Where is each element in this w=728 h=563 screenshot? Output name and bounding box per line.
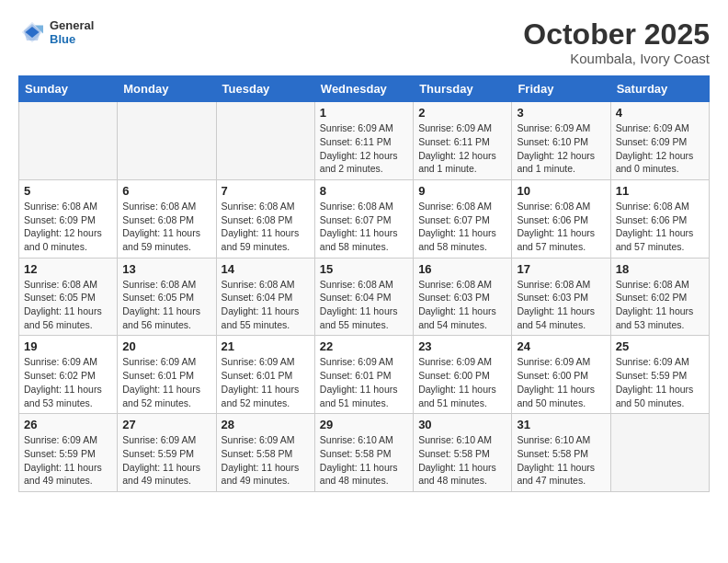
day-cell-8: 8Sunrise: 6:08 AM Sunset: 6:07 PM Daylig… [314, 179, 413, 258]
day-cell-9: 9Sunrise: 6:08 AM Sunset: 6:07 PM Daylig… [414, 179, 512, 258]
day-info: Sunrise: 6:09 AM Sunset: 6:01 PM Dayligh… [122, 355, 210, 409]
day-info: Sunrise: 6:10 AM Sunset: 5:58 PM Dayligh… [517, 433, 605, 488]
day-number: 29 [320, 418, 408, 431]
day-info: Sunrise: 6:10 AM Sunset: 5:58 PM Dayligh… [320, 433, 408, 488]
day-cell-14: 14Sunrise: 6:08 AM Sunset: 6:04 PM Dayli… [216, 258, 314, 336]
day-cell-28: 28Sunrise: 6:09 AM Sunset: 5:58 PM Dayli… [216, 414, 314, 492]
day-cell-29: 29Sunrise: 6:10 AM Sunset: 5:58 PM Dayli… [314, 414, 413, 492]
day-info: Sunrise: 6:09 AM Sunset: 5:59 PM Dayligh… [122, 433, 210, 488]
day-cell-17: 17Sunrise: 6:08 AM Sunset: 6:03 PM Dayli… [512, 258, 610, 336]
day-info: Sunrise: 6:08 AM Sunset: 6:03 PM Dayligh… [517, 278, 605, 332]
day-info: Sunrise: 6:09 AM Sunset: 5:58 PM Dayligh… [222, 433, 310, 488]
day-number: 2 [418, 106, 506, 120]
day-cell-19: 19Sunrise: 6:09 AM Sunset: 6:02 PM Dayli… [19, 336, 118, 414]
day-cell-12: 12Sunrise: 6:08 AM Sunset: 6:05 PM Dayli… [19, 258, 118, 336]
day-number: 30 [418, 418, 506, 431]
day-number: 11 [616, 184, 704, 198]
weekday-header-tuesday: Tuesday [216, 76, 314, 102]
day-info: Sunrise: 6:09 AM Sunset: 6:00 PM Dayligh… [418, 355, 506, 409]
day-info: Sunrise: 6:09 AM Sunset: 6:02 PM Dayligh… [24, 355, 112, 409]
day-cell-20: 20Sunrise: 6:09 AM Sunset: 6:01 PM Dayli… [118, 336, 216, 414]
week-row-3: 12Sunrise: 6:08 AM Sunset: 6:05 PM Dayli… [19, 258, 710, 336]
day-number: 17 [517, 262, 605, 276]
day-number: 8 [320, 184, 408, 198]
day-cell-23: 23Sunrise: 6:09 AM Sunset: 6:00 PM Dayli… [414, 336, 512, 414]
day-cell-21: 21Sunrise: 6:09 AM Sunset: 6:01 PM Dayli… [216, 336, 314, 414]
day-number: 23 [418, 339, 506, 353]
title-area: October 2025 Koumbala, Ivory Coast [523, 18, 710, 66]
weekday-header-thursday: Thursday [414, 76, 512, 102]
day-cell-13: 13Sunrise: 6:08 AM Sunset: 6:05 PM Dayli… [118, 258, 216, 336]
day-info: Sunrise: 6:09 AM Sunset: 6:00 PM Dayligh… [517, 355, 605, 409]
day-number: 3 [517, 106, 605, 120]
day-number: 15 [320, 262, 408, 276]
page-header: General Blue October 2025 Koumbala, Ivor… [18, 18, 710, 66]
day-number: 6 [122, 184, 210, 198]
day-cell-11: 11Sunrise: 6:08 AM Sunset: 6:06 PM Dayli… [610, 179, 709, 258]
day-number: 16 [418, 262, 506, 276]
day-info: Sunrise: 6:08 AM Sunset: 6:07 PM Dayligh… [320, 200, 408, 254]
day-number: 27 [122, 418, 210, 431]
day-cell-16: 16Sunrise: 6:08 AM Sunset: 6:03 PM Dayli… [414, 258, 512, 336]
day-cell-4: 4Sunrise: 6:09 AM Sunset: 6:09 PM Daylig… [610, 102, 709, 180]
day-info: Sunrise: 6:09 AM Sunset: 5:59 PM Dayligh… [24, 433, 112, 488]
day-info: Sunrise: 6:09 AM Sunset: 6:01 PM Dayligh… [320, 355, 408, 409]
day-cell-7: 7Sunrise: 6:08 AM Sunset: 6:08 PM Daylig… [216, 179, 314, 258]
logo: General Blue [18, 18, 94, 46]
day-number: 20 [122, 339, 210, 353]
day-number: 31 [517, 418, 605, 431]
day-info: Sunrise: 6:09 AM Sunset: 6:10 PM Dayligh… [517, 121, 605, 176]
weekday-header-sunday: Sunday [19, 76, 118, 102]
day-number: 13 [122, 262, 210, 276]
day-info: Sunrise: 6:08 AM Sunset: 6:08 PM Dayligh… [122, 200, 210, 254]
day-cell-15: 15Sunrise: 6:08 AM Sunset: 6:04 PM Dayli… [314, 258, 413, 336]
day-info: Sunrise: 6:08 AM Sunset: 6:09 PM Dayligh… [24, 200, 112, 254]
day-info: Sunrise: 6:08 AM Sunset: 6:08 PM Dayligh… [222, 200, 310, 254]
day-number: 1 [320, 106, 408, 120]
day-number: 5 [24, 184, 112, 198]
day-cell-18: 18Sunrise: 6:08 AM Sunset: 6:02 PM Dayli… [610, 258, 709, 336]
empty-cell [118, 102, 216, 180]
day-cell-3: 3Sunrise: 6:09 AM Sunset: 6:10 PM Daylig… [512, 102, 610, 180]
day-info: Sunrise: 6:08 AM Sunset: 6:03 PM Dayligh… [418, 278, 506, 332]
day-cell-26: 26Sunrise: 6:09 AM Sunset: 5:59 PM Dayli… [19, 414, 118, 492]
logo-icon [18, 18, 46, 46]
weekday-header-friday: Friday [512, 76, 610, 102]
day-number: 10 [517, 184, 605, 198]
day-cell-10: 10Sunrise: 6:08 AM Sunset: 6:06 PM Dayli… [512, 179, 610, 258]
day-cell-27: 27Sunrise: 6:09 AM Sunset: 5:59 PM Dayli… [118, 414, 216, 492]
day-number: 9 [418, 184, 506, 198]
day-info: Sunrise: 6:10 AM Sunset: 5:58 PM Dayligh… [418, 433, 506, 488]
empty-cell [216, 102, 314, 180]
day-number: 12 [24, 262, 112, 276]
week-row-1: 1Sunrise: 6:09 AM Sunset: 6:11 PM Daylig… [19, 102, 710, 180]
weekday-header-saturday: Saturday [610, 76, 709, 102]
day-info: Sunrise: 6:08 AM Sunset: 6:06 PM Dayligh… [616, 200, 704, 254]
day-number: 28 [222, 418, 310, 431]
day-cell-30: 30Sunrise: 6:10 AM Sunset: 5:58 PM Dayli… [414, 414, 512, 492]
month-title: October 2025 [523, 18, 710, 51]
day-number: 7 [222, 184, 310, 198]
day-cell-22: 22Sunrise: 6:09 AM Sunset: 6:01 PM Dayli… [314, 336, 413, 414]
weekday-header-wednesday: Wednesday [314, 76, 413, 102]
day-number: 14 [222, 262, 310, 276]
day-info: Sunrise: 6:09 AM Sunset: 6:09 PM Dayligh… [616, 121, 704, 176]
day-info: Sunrise: 6:08 AM Sunset: 6:05 PM Dayligh… [122, 278, 210, 332]
day-number: 24 [517, 339, 605, 353]
day-info: Sunrise: 6:09 AM Sunset: 6:11 PM Dayligh… [320, 121, 408, 176]
day-info: Sunrise: 6:08 AM Sunset: 6:07 PM Dayligh… [418, 200, 506, 254]
location: Koumbala, Ivory Coast [523, 51, 710, 66]
day-cell-5: 5Sunrise: 6:08 AM Sunset: 6:09 PM Daylig… [19, 179, 118, 258]
day-number: 4 [616, 106, 704, 120]
weekday-header-row: SundayMondayTuesdayWednesdayThursdayFrid… [19, 76, 710, 102]
day-info: Sunrise: 6:09 AM Sunset: 6:11 PM Dayligh… [418, 121, 506, 176]
empty-cell [19, 102, 118, 180]
day-cell-2: 2Sunrise: 6:09 AM Sunset: 6:11 PM Daylig… [414, 102, 512, 180]
day-number: 21 [222, 339, 310, 353]
day-number: 22 [320, 339, 408, 353]
day-cell-6: 6Sunrise: 6:08 AM Sunset: 6:08 PM Daylig… [118, 179, 216, 258]
day-info: Sunrise: 6:08 AM Sunset: 6:04 PM Dayligh… [320, 278, 408, 332]
empty-cell [610, 414, 709, 492]
day-info: Sunrise: 6:08 AM Sunset: 6:02 PM Dayligh… [616, 278, 704, 332]
logo-text: General Blue [50, 18, 94, 46]
